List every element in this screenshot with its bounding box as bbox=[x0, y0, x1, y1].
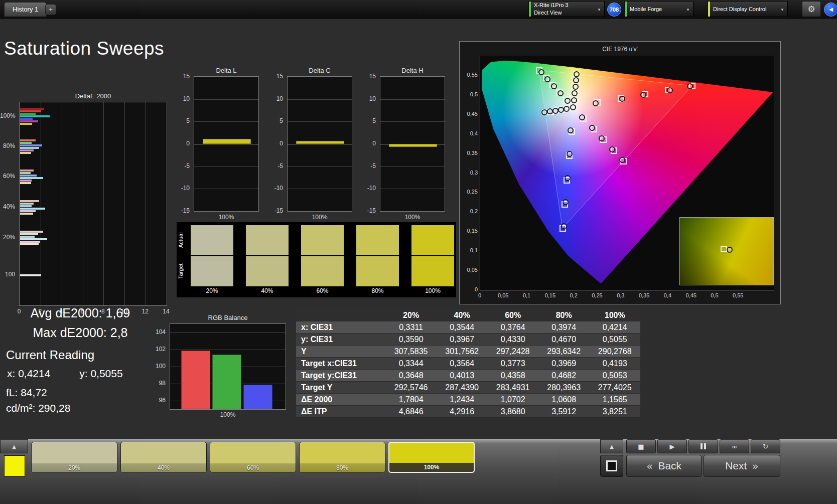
next-arrow-icon: » bbox=[752, 460, 758, 472]
stop-icon: ■ bbox=[638, 443, 644, 450]
display-control-select[interactable]: Direct Display Control ▼ bbox=[708, 1, 788, 17]
deltae-bar bbox=[20, 182, 31, 184]
grid-line bbox=[288, 189, 352, 189]
delta_c-bar bbox=[296, 141, 344, 144]
deltae2000-title: DeltaE 2000 bbox=[19, 92, 167, 100]
patch-label: 80% bbox=[300, 463, 385, 472]
table-cell: 290,2768 bbox=[589, 346, 640, 358]
table-cell: 0,3544 bbox=[437, 321, 488, 333]
axis-tick-label: 0,2 bbox=[566, 292, 582, 298]
deltae-bar bbox=[20, 274, 41, 276]
patch-count-badge[interactable]: 708 bbox=[607, 3, 621, 17]
actual-swatch bbox=[246, 225, 289, 255]
axis-tick-label: 10 bbox=[177, 95, 190, 102]
cie-measured-marker bbox=[551, 83, 557, 89]
up-arrow-icon[interactable]: ▲ bbox=[600, 439, 623, 453]
pause-button[interactable] bbox=[688, 439, 718, 453]
axis-tick-label: 0 bbox=[177, 140, 190, 147]
patch-button-60%[interactable]: 60% bbox=[210, 442, 296, 473]
cie-title: CIE 1976 u'v' bbox=[460, 46, 780, 53]
table-cell: 307,5835 bbox=[385, 346, 437, 358]
axis-tick-label: 0,05 bbox=[462, 267, 478, 273]
patch-label: 60% bbox=[210, 463, 296, 472]
play-button[interactable]: ▶ bbox=[657, 439, 687, 453]
table-row: ΔE 20001,78041,24341,07021,06081,1565 bbox=[296, 394, 640, 406]
table-cell: 0,4682 bbox=[538, 370, 590, 382]
meter-name: X-Rite i1Pro 3 bbox=[534, 2, 568, 9]
table-row-label: Y bbox=[296, 346, 385, 358]
delta_l-chart bbox=[194, 76, 259, 212]
table-cell: 3,8251 bbox=[589, 406, 640, 418]
delta_l-y-axis: 151050-5-10-15 bbox=[177, 76, 192, 212]
next-button[interactable]: Next » bbox=[704, 455, 780, 477]
patch-button-40%[interactable]: 40% bbox=[120, 442, 207, 473]
table-column-header: 100% bbox=[589, 309, 640, 321]
grid-line bbox=[124, 102, 125, 305]
history-tab[interactable]: History 1 bbox=[4, 2, 47, 17]
axis-tick-label: 0,5 bbox=[707, 292, 723, 298]
cie-measured-marker bbox=[564, 106, 570, 112]
deltae-bar bbox=[20, 149, 34, 151]
back-button[interactable]: « Back bbox=[626, 455, 702, 477]
collapse-arrow-icon[interactable]: ◀ bbox=[824, 3, 837, 17]
axis-tick-label: 0,4 bbox=[659, 292, 675, 298]
deltae-bar bbox=[20, 243, 39, 245]
refresh-button[interactable]: ↻ bbox=[751, 439, 780, 453]
rgb-bar-green bbox=[212, 355, 241, 409]
axis-tick-label: -5 bbox=[270, 162, 283, 170]
add-tab-button[interactable]: + bbox=[45, 4, 56, 15]
bottom-bar: ▲ ▲ « Back Next » 20%40%60%80%100%■▶∞↻ bbox=[0, 439, 837, 504]
table-cell: 0,5055 bbox=[589, 333, 640, 346]
actual-swatch bbox=[411, 225, 454, 255]
swatch-label: 60% bbox=[301, 287, 344, 294]
gear-icon[interactable]: ⚙ bbox=[802, 1, 821, 17]
table-column-header: 40% bbox=[437, 309, 488, 321]
loop-button[interactable]: ∞ bbox=[720, 439, 749, 453]
table-cell: 283,4931 bbox=[487, 382, 538, 394]
cie-measured-marker bbox=[568, 127, 574, 133]
cie-measured-marker bbox=[565, 98, 571, 104]
patch-button-100%[interactable]: 100% bbox=[388, 442, 475, 473]
axis-tick-label: -10 bbox=[177, 185, 190, 192]
axis-tick-label: -5 bbox=[363, 162, 376, 170]
delta_h-title: Delta H bbox=[380, 67, 445, 74]
table-cell: 297,2428 bbox=[487, 346, 538, 358]
axis-tick-label: 0 bbox=[462, 286, 478, 292]
grid-line bbox=[194, 189, 258, 189]
deltae2000-y-axis: 100%80%60%40%20%100 bbox=[0, 102, 17, 306]
table-cell: 0,5053 bbox=[589, 370, 640, 382]
axis-tick-label: 0,25 bbox=[589, 292, 605, 298]
stop-large-button[interactable] bbox=[600, 455, 623, 477]
patch-label: 100% bbox=[389, 463, 474, 472]
axis-tick-label: 40% bbox=[0, 203, 15, 210]
current-fl: fL: 84,72 bbox=[6, 387, 47, 399]
cie-measured-marker bbox=[579, 114, 585, 120]
meter-select[interactable]: X-Rite i1Pro 3 Direct View ▼ bbox=[528, 1, 605, 17]
axis-tick-label: 0 bbox=[270, 140, 283, 147]
deltae-bar bbox=[20, 172, 31, 174]
source-select[interactable]: Mobile Forge ▼ bbox=[624, 1, 693, 17]
chevron-down-icon: ▼ bbox=[780, 8, 784, 12]
grid-line bbox=[380, 99, 445, 100]
patch-button-20%[interactable]: 20% bbox=[31, 442, 117, 473]
table-cell: 287,4390 bbox=[437, 382, 488, 394]
axis-tick-label: 0,45 bbox=[683, 292, 699, 298]
axis-tick-label: 100% bbox=[0, 112, 15, 119]
axis-tick-label: 96 bbox=[152, 397, 166, 404]
delta_h-y-axis: 151050-5-10-15 bbox=[363, 76, 378, 212]
display-status-indicator bbox=[708, 2, 710, 17]
grid-line bbox=[146, 102, 146, 305]
avg-de2000: Avg dE2000: 1,69 bbox=[5, 306, 156, 320]
table-corner-cell bbox=[296, 309, 385, 321]
source-status-indicator bbox=[625, 2, 627, 17]
table-cell: 3,8680 bbox=[487, 406, 538, 418]
rgb-balance-x-label: 100% bbox=[170, 411, 286, 418]
stop-button[interactable]: ■ bbox=[626, 439, 656, 453]
current-x: x: 0,4214 bbox=[7, 368, 50, 379]
axis-tick-label: 0,25 bbox=[462, 189, 478, 195]
patch-button-80%[interactable]: 80% bbox=[299, 442, 385, 473]
max-de2000: Max dE2000: 2,8 bbox=[5, 325, 156, 340]
up-arrow-icon[interactable]: ▲ bbox=[0, 439, 28, 453]
source-name: Mobile Forge bbox=[625, 6, 662, 13]
deltae-bar bbox=[20, 118, 33, 120]
